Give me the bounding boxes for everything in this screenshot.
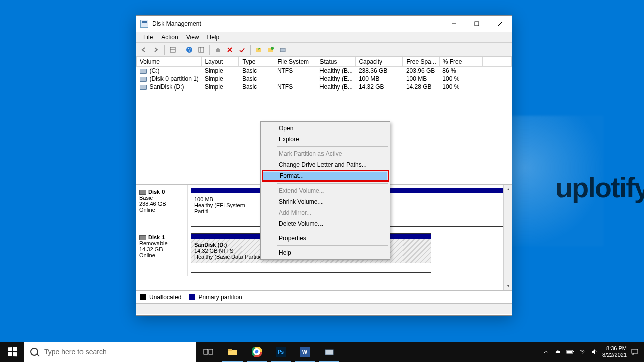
svg-rect-21 <box>228 349 232 351</box>
svg-rect-35 <box>567 351 572 353</box>
tray-chevron-icon[interactable] <box>542 348 550 356</box>
cell: 100 % <box>439 83 482 91</box>
cell: Basic <box>239 67 274 75</box>
menu-item-help[interactable]: Help <box>262 247 389 258</box>
cell: 100 MB <box>356 75 403 83</box>
volume-row[interactable]: (C:)SimpleBasicNTFSHealthy (B...238.36 G… <box>137 67 512 75</box>
statusbar <box>136 303 512 314</box>
scrollbar[interactable]: ▴ ▾ <box>503 185 512 290</box>
word-taskbar[interactable]: W <box>293 342 317 362</box>
show-hide-button[interactable] <box>167 44 178 55</box>
diskmgmt-taskbar[interactable] <box>317 342 341 362</box>
properties-button[interactable] <box>236 44 248 55</box>
menubar: File Action View Help <box>136 32 512 43</box>
svg-rect-8 <box>199 47 204 52</box>
column-header[interactable]: Status <box>316 57 356 67</box>
cell: SanDisk (D:) <box>137 83 202 91</box>
scroll-up-button[interactable]: ▴ <box>504 185 512 193</box>
legend: UnallocatedPrimary partition <box>136 290 512 303</box>
clock[interactable]: 8:36 PM 8/22/2021 <box>602 345 627 358</box>
column-header[interactable]: Capacity <box>356 57 403 67</box>
minimize-button[interactable] <box>442 16 465 32</box>
menu-item-change-drive-letter-and-paths[interactable]: Change Drive Letter and Paths... <box>262 159 389 170</box>
cell <box>482 83 511 91</box>
svg-text:W: W <box>302 349 308 355</box>
back-button[interactable] <box>138 44 149 55</box>
menu-item-delete-volume[interactable]: Delete Volume... <box>262 218 389 229</box>
svg-text:?: ? <box>188 47 191 53</box>
search-placeholder: Type here to search <box>44 348 107 356</box>
photoshop-taskbar[interactable]: Ps <box>269 342 293 362</box>
start-button[interactable] <box>0 342 24 362</box>
file-explorer-taskbar[interactable] <box>220 342 245 362</box>
svg-point-16 <box>271 47 274 50</box>
cell <box>482 75 511 83</box>
volume-row[interactable]: (Disk 0 partition 1)SimpleBasicHealthy (… <box>137 75 512 83</box>
drive-icon <box>140 69 147 74</box>
delete-button[interactable] <box>224 44 235 55</box>
tray-wifi-icon[interactable] <box>578 348 586 356</box>
tray-volume-icon[interactable] <box>590 348 598 356</box>
action2-button[interactable] <box>265 44 276 55</box>
menu-help[interactable]: Help <box>203 33 224 42</box>
menu-item-add-mirror: Add Mirror... <box>262 207 389 218</box>
action3-button[interactable] <box>277 44 288 55</box>
tray-battery-icon[interactable] <box>566 348 574 356</box>
cell: 203.96 GB <box>403 67 439 75</box>
column-header[interactable]: Layout <box>202 57 239 67</box>
cell: Simple <box>202 75 239 83</box>
svg-rect-1 <box>475 22 479 26</box>
disk-icon <box>139 235 146 240</box>
notifications-button[interactable] <box>631 348 639 356</box>
chrome-taskbar[interactable] <box>245 342 269 362</box>
cell: Simple <box>202 67 239 75</box>
cell: 86 % <box>439 67 482 75</box>
menu-separator <box>277 183 388 184</box>
menu-action[interactable]: Action <box>157 33 182 42</box>
context-menu: OpenExploreMark Partition as ActiveChang… <box>260 121 390 260</box>
forward-button[interactable] <box>150 44 162 55</box>
settings-button[interactable] <box>212 44 223 55</box>
cell: 14.32 GB <box>356 83 403 91</box>
partition-header <box>191 188 261 193</box>
refresh-button[interactable] <box>196 44 207 55</box>
menu-item-format[interactable]: Format... <box>262 170 389 182</box>
date-text: 8/22/2021 <box>602 352 627 358</box>
column-header[interactable]: % Free <box>439 57 482 67</box>
menu-view[interactable]: View <box>182 33 203 42</box>
scroll-down-button[interactable]: ▾ <box>504 282 512 290</box>
menu-file[interactable]: File <box>139 33 157 42</box>
column-header-spacer <box>482 57 511 67</box>
svg-rect-19 <box>209 349 213 354</box>
help-button[interactable]: ? <box>184 44 195 55</box>
menu-item-shrink-volume[interactable]: Shrink Volume... <box>262 196 389 207</box>
cell <box>274 75 316 83</box>
drive-icon <box>140 77 147 82</box>
column-header[interactable]: Type <box>239 57 274 67</box>
taskbar: Type here to search Ps W 8:36 PM 8/22/20… <box>0 342 644 362</box>
action1-button[interactable] <box>253 44 264 55</box>
menu-item-properties[interactable]: Properties <box>262 233 389 244</box>
titlebar[interactable]: Disk Management <box>136 16 512 32</box>
menu-item-explore[interactable]: Explore <box>262 134 389 145</box>
menu-separator <box>277 146 388 147</box>
partition-box[interactable]: 100 MBHealthy (EFI System Partiti <box>191 188 261 227</box>
cell: 14.28 GB <box>403 83 439 91</box>
cell: NTFS <box>274 67 316 75</box>
cell: (Disk 0 partition 1) <box>137 75 202 83</box>
column-header[interactable]: Free Spa... <box>403 57 439 67</box>
legend-item: Primary partition <box>189 294 242 301</box>
tray-onedrive-icon[interactable] <box>554 348 562 356</box>
cell: Basic <box>239 75 274 83</box>
column-header[interactable]: File System <box>274 57 316 67</box>
maximize-button[interactable] <box>465 16 489 32</box>
close-button[interactable] <box>489 16 512 32</box>
volume-row[interactable]: SanDisk (D:)SimpleBasicNTFSHealthy (B...… <box>137 83 512 91</box>
cell: Basic <box>239 83 274 91</box>
window-title: Disk Management <box>152 20 201 27</box>
task-view-button[interactable] <box>196 342 220 362</box>
column-header[interactable]: Volume <box>137 57 202 67</box>
cell: Healthy (B... <box>316 83 356 91</box>
menu-item-open[interactable]: Open <box>262 123 389 134</box>
search-box[interactable]: Type here to search <box>24 342 196 362</box>
